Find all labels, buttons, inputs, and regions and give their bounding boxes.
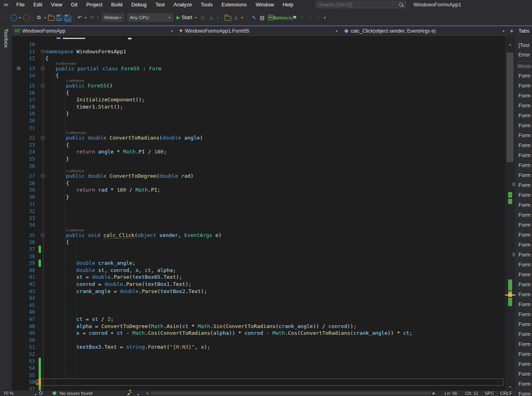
code-line[interactable]: 23{ xyxy=(12,142,505,149)
navigate-forward-button[interactable]: → xyxy=(23,14,30,21)
outline-collapse-box[interactable] xyxy=(41,233,45,237)
code-line[interactable]: 40double st, conrod, x, ct, alpha; xyxy=(12,267,505,274)
tab-item-form[interactable]: Form xyxy=(518,181,532,190)
code-line[interactable]: 56 xyxy=(12,379,505,386)
redo-button[interactable]: ↷ xyxy=(88,14,96,21)
line-indicator[interactable]: Ln: 56 xyxy=(445,390,457,396)
code-line[interactable]: 44 xyxy=(12,295,505,302)
tab-item-form[interactable]: Form xyxy=(518,161,532,170)
outline-collapse-box[interactable] xyxy=(41,174,45,178)
start-without-debugging-button[interactable]: ▷ xyxy=(199,14,207,21)
code-line[interactable]: 12{ xyxy=(12,55,505,62)
tab-item-form[interactable]: Form xyxy=(518,260,532,270)
document-outline-button[interactable]: ▤ xyxy=(258,14,266,21)
code-line[interactable]: 11namespace WindowsFormsApp1 xyxy=(12,48,505,55)
toolbar-grip[interactable]: ⋮⋮ xyxy=(1,15,8,20)
code-line[interactable]: 42conrod = double.Parse(textBox1.Text); xyxy=(12,281,505,288)
code-editor[interactable]: 1011namespace WindowsFormsApp112{4 refer… xyxy=(12,36,505,390)
code-line[interactable]: 43crank_angle = double.Parse(textBox2.Te… xyxy=(12,288,505,295)
code-line[interactable]: 32 xyxy=(12,208,505,215)
toolbar-grip[interactable]: ⋮ xyxy=(245,15,249,20)
code-line[interactable]: 54 xyxy=(12,365,505,372)
tab-item-form[interactable]: Form xyxy=(518,280,532,289)
tab-item-form[interactable]: Form xyxy=(518,91,532,101)
tab-item-form[interactable]: Form xyxy=(518,270,532,280)
undo-dropdown[interactable]: ▼ xyxy=(84,16,87,19)
navigate-back-dropdown[interactable]: ▼ xyxy=(19,16,21,19)
code-line[interactable]: 52 xyxy=(12,351,505,358)
column-indicator[interactable]: Ch: 11 xyxy=(465,390,478,396)
tab-item-form[interactable]: Form xyxy=(518,151,532,160)
menu-debug[interactable]: Debug xyxy=(127,0,151,10)
tab-item-form[interactable]: Form xyxy=(518,200,532,210)
solution-platform-dropdown[interactable]: Any CPU▼ xyxy=(127,13,173,22)
code-line[interactable]: 17InitializeComponent(); xyxy=(12,96,505,103)
solution-explorer-home-button[interactable]: ⌂ xyxy=(232,14,240,21)
tab-item-form[interactable]: Form xyxy=(518,71,532,81)
code-line[interactable]: 24return angle * Math.PI / 180; xyxy=(12,148,505,155)
menu-project[interactable]: Project xyxy=(82,0,107,10)
tab-item-form[interactable]: Form xyxy=(518,81,532,91)
tab-item-form[interactable]: Form xyxy=(518,320,532,329)
previous-bookmark-button[interactable]: ⚐ xyxy=(299,14,307,21)
code-line[interactable]: 48alpha = ConvertToDegree(Math.Asin(ct *… xyxy=(12,323,505,330)
code-line[interactable]: 50 xyxy=(12,337,505,344)
tab-item-form[interactable]: Form xyxy=(518,369,532,379)
open-file-button[interactable] xyxy=(47,14,55,21)
save-all-button[interactable] xyxy=(63,14,71,21)
menu-git[interactable]: Git xyxy=(66,0,82,10)
issues-status-text[interactable]: No issues found xyxy=(60,390,92,396)
codelens-references[interactable]: 1 reference xyxy=(12,79,505,82)
designer-glyph-icon[interactable]: ⊞ xyxy=(17,65,21,72)
codelens-references[interactable]: 1 reference xyxy=(12,169,505,173)
code-line[interactable]: 18timer1.Start(); xyxy=(12,103,505,111)
code-line[interactable]: 26 xyxy=(12,163,505,170)
code-line[interactable]: 51textBox3.Text = string.Format("{0:N3}"… xyxy=(12,344,505,351)
menu-edit[interactable]: Edit xyxy=(29,0,47,10)
tab-item-form[interactable]: Form xyxy=(518,171,532,180)
hot-reload-dropdown[interactable]: ▼ xyxy=(216,16,219,19)
new-project-dropdown[interactable]: ▼ xyxy=(44,16,47,19)
tab-item-form[interactable]: Form xyxy=(518,389,532,396)
tab-item-form[interactable]: Form xyxy=(518,290,532,299)
code-line[interactable]: 33 xyxy=(12,215,505,222)
scroll-up-icon[interactable]: ▲ xyxy=(505,43,515,47)
search-input[interactable] xyxy=(316,2,398,8)
tab-item-form[interactable]: Form xyxy=(518,111,532,120)
code-line[interactable]: 31 xyxy=(12,200,505,208)
tab-item-form[interactable]: Form xyxy=(518,240,532,250)
code-line[interactable]: 30} xyxy=(12,194,505,201)
code-line[interactable]: 55 xyxy=(12,372,505,379)
menu-view[interactable]: View xyxy=(47,0,66,10)
code-line[interactable]: 16{ xyxy=(12,89,505,97)
menu-analyze[interactable]: Analyze xyxy=(169,0,196,10)
hscroll-right-icon[interactable]: ▶ xyxy=(433,390,435,396)
codelens-references[interactable]: 3 references xyxy=(12,131,505,134)
menu-extensions[interactable]: Extensions xyxy=(217,0,251,10)
member-dropdown[interactable]: calc_Click(object sender, EventArgs e)▼ xyxy=(341,26,508,35)
code-line[interactable]: 10 xyxy=(12,41,505,48)
code-line[interactable]: 36{ xyxy=(12,239,505,246)
code-line[interactable]: 53 xyxy=(12,358,505,365)
code-line[interactable]: 14{ xyxy=(12,72,505,79)
code-line[interactable]: 1 reference15public Form55() xyxy=(12,79,505,89)
code-line[interactable]: 1 reference27public double ConvertToDegr… xyxy=(12,169,505,180)
code-cleanup-dropdown[interactable]: ▼ xyxy=(137,392,140,396)
class-dropdown[interactable]: ❖ WindowsFormsApp1.Form55▼ xyxy=(177,26,341,35)
menu-tools[interactable]: Tools xyxy=(196,0,217,10)
tab-item-form[interactable]: Form xyxy=(518,300,532,309)
outline-collapse-box[interactable] xyxy=(41,50,45,53)
tab-item-form[interactable]: Form xyxy=(518,349,532,359)
vertical-scrollbar[interactable]: ▲ ▼ xyxy=(505,36,515,390)
start-debugging-button[interactable]: ▶ Start ▼ xyxy=(177,15,198,20)
tab-item-form[interactable]: Form xyxy=(518,230,532,240)
undo-button[interactable]: ↶ xyxy=(76,14,83,21)
tab-item-form[interactable]: Form xyxy=(518,210,532,220)
code-line[interactable]: 3 references22public double ConvertToRad… xyxy=(12,131,505,142)
code-line[interactable]: 20 xyxy=(12,117,505,124)
code-line[interactable]: 34 xyxy=(12,221,505,229)
menu-file[interactable]: File xyxy=(12,0,29,10)
find-in-files-button[interactable] xyxy=(224,14,232,21)
code-line[interactable]: 1 reference35public void calc_Click(obje… xyxy=(12,229,505,239)
split-editor-button[interactable]: ÷ xyxy=(508,26,515,36)
